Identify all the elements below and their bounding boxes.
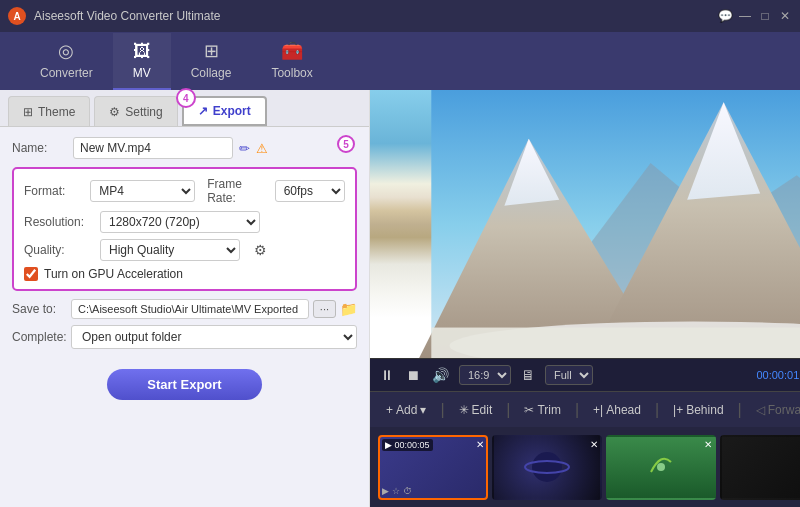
folder-icon[interactable]: 📁 bbox=[340, 301, 357, 317]
ahead-button[interactable]: +| Ahead bbox=[585, 400, 649, 420]
resolution-row: Resolution: 1280x720 (720p) 1920x1080 (1… bbox=[24, 211, 345, 233]
nav-converter-label: Converter bbox=[40, 66, 93, 80]
format-select[interactable]: MP4 MKV AVI bbox=[90, 180, 195, 202]
edit-name-icon[interactable]: ✏ bbox=[239, 141, 250, 156]
collage-icon: ⊞ bbox=[204, 40, 219, 62]
nav-toolbox-label: Toolbox bbox=[271, 66, 312, 80]
chat-icon[interactable]: 💬 bbox=[718, 9, 732, 23]
tab-setting[interactable]: ⚙ Setting bbox=[94, 96, 177, 126]
save-label: Save to: bbox=[12, 302, 67, 316]
thumb-close-3[interactable]: ✕ bbox=[704, 439, 712, 450]
svg-point-8 bbox=[532, 452, 562, 482]
view-select[interactable]: Full Fit bbox=[545, 365, 593, 385]
frame-rate-select[interactable]: 60fps 30fps 24fps bbox=[275, 180, 345, 202]
nav-bar: ◎ Converter 🖼 MV ⊞ Collage 🧰 Toolbox bbox=[0, 32, 800, 90]
right-panel: ⏸ ⏹ 🔊 16:9 4:3 1:1 🖥 Full Fit 00:00:01.2… bbox=[370, 90, 800, 507]
quality-gear-icon[interactable]: ⚙ bbox=[254, 242, 267, 258]
aspect-select[interactable]: 16:9 4:3 1:1 bbox=[459, 365, 511, 385]
thumb-controls-1: ▶ ☆ ⏱ bbox=[382, 486, 412, 496]
quality-select[interactable]: High Quality Medium Quality Low Quality bbox=[100, 239, 240, 261]
tab-export-label: Export bbox=[213, 104, 251, 118]
tab-setting-label: Setting bbox=[125, 105, 162, 119]
name-row: Name: ✏ ⚠ bbox=[12, 137, 357, 159]
minimize-icon[interactable]: — bbox=[738, 9, 752, 23]
bird-icon bbox=[631, 442, 691, 492]
tab-export[interactable]: ↗ Export bbox=[182, 96, 267, 126]
play-pause-button[interactable]: ⏸ bbox=[378, 365, 396, 385]
audio-btn[interactable]: 🔊 bbox=[430, 365, 451, 385]
step5-badge: 5 bbox=[337, 135, 355, 153]
window-controls[interactable]: 💬 — □ ✕ bbox=[718, 9, 792, 23]
panel-tabs: ⊞ Theme ⚙ Setting ↗ Export bbox=[0, 90, 369, 127]
settings-box: Format: MP4 MKV AVI Frame Rate: 60fps 30… bbox=[12, 167, 357, 291]
start-export-container: Start Export bbox=[12, 369, 357, 400]
main-content: ⊞ Theme ⚙ Setting ↗ Export 5 Name: ✏ ⚠ bbox=[0, 90, 800, 507]
nav-mv[interactable]: 🖼 MV bbox=[113, 33, 171, 90]
tab-theme[interactable]: ⊞ Theme bbox=[8, 96, 90, 126]
trim-label: Trim bbox=[537, 403, 561, 417]
ahead-label: Ahead bbox=[606, 403, 641, 417]
thumb-star-1[interactable]: ☆ bbox=[392, 486, 400, 496]
nav-collage-label: Collage bbox=[191, 66, 232, 80]
sep3: | bbox=[575, 401, 579, 419]
nav-converter[interactable]: ◎ Converter bbox=[20, 32, 113, 90]
stop-button[interactable]: ⏹ bbox=[404, 365, 422, 385]
current-time: 00:00:01.22 bbox=[756, 369, 800, 381]
video-background bbox=[370, 90, 800, 358]
svg-rect-7 bbox=[431, 328, 800, 358]
add-label: Add bbox=[396, 403, 417, 417]
add-icon: + bbox=[386, 403, 393, 417]
timeline-item-1[interactable]: ▶ 00:00:05 ▶ ☆ ⏱ ✕ bbox=[378, 435, 488, 500]
nav-mv-label: MV bbox=[133, 66, 151, 80]
app-title: Aiseesoft Video Converter Ultimate bbox=[34, 9, 718, 23]
quality-row: Quality: High Quality Medium Quality Low… bbox=[24, 239, 345, 261]
nav-toolbox[interactable]: 🧰 Toolbox bbox=[251, 32, 332, 90]
toolbox-icon: 🧰 bbox=[281, 40, 303, 62]
thumb-content-2 bbox=[494, 437, 600, 498]
start-export-left-button[interactable]: Start Export bbox=[107, 369, 261, 400]
nav-collage[interactable]: ⊞ Collage bbox=[171, 32, 252, 90]
add-dropdown-icon: ▾ bbox=[420, 403, 426, 417]
save-path: C:\Aiseesoft Studio\Air Ultimate\MV Expo… bbox=[71, 299, 309, 319]
trim-icon: ✂ bbox=[524, 403, 534, 417]
thumb-play-1[interactable]: ▶ bbox=[382, 486, 389, 496]
complete-label: Complete: bbox=[12, 330, 67, 344]
add-button[interactable]: + Add ▾ bbox=[378, 400, 434, 420]
timeline-item-2[interactable]: ✕ bbox=[492, 435, 602, 500]
behind-label: Behind bbox=[686, 403, 723, 417]
resolution-label: Resolution: bbox=[24, 215, 94, 229]
gpu-checkbox[interactable] bbox=[24, 267, 38, 281]
trim-button[interactable]: ✂ Trim bbox=[516, 400, 569, 420]
browse-button[interactable]: ··· bbox=[313, 300, 336, 318]
behind-button[interactable]: |+ Behind bbox=[665, 400, 732, 420]
converter-icon: ◎ bbox=[58, 40, 74, 62]
ahead-icon: +| bbox=[593, 403, 603, 417]
sep2: | bbox=[506, 401, 510, 419]
title-bar: A Aiseesoft Video Converter Ultimate 💬 —… bbox=[0, 0, 800, 32]
complete-select[interactable]: Open output folder Do nothing bbox=[71, 325, 357, 349]
app-logo: A bbox=[8, 7, 26, 25]
gpu-row: Turn on GPU Acceleration bbox=[24, 267, 345, 281]
thumb-close-2[interactable]: ✕ bbox=[590, 439, 598, 450]
video-preview bbox=[370, 90, 800, 358]
name-input[interactable] bbox=[73, 137, 233, 159]
timeline-item-3[interactable]: ✕ bbox=[606, 435, 716, 500]
thumb-clock-1[interactable]: ⏱ bbox=[403, 486, 412, 496]
timeline: ▶ 00:00:05 ▶ ☆ ⏱ ✕ ✕ bbox=[370, 427, 800, 507]
edit-button[interactable]: ✳ Edit bbox=[451, 400, 501, 420]
sep4: | bbox=[655, 401, 659, 419]
thumb-close-1[interactable]: ✕ bbox=[476, 439, 484, 450]
forward-icon: ◁ bbox=[756, 403, 765, 417]
maximize-icon[interactable]: □ bbox=[758, 9, 772, 23]
frame-rate-label: Frame Rate: bbox=[207, 177, 264, 205]
timeline-item-4[interactable]: ✕ bbox=[720, 435, 800, 500]
resolution-select[interactable]: 1280x720 (720p) 1920x1080 (1080p) 3840x2… bbox=[100, 211, 260, 233]
format-row: Format: MP4 MKV AVI Frame Rate: 60fps 30… bbox=[24, 177, 345, 205]
tab-theme-label: Theme bbox=[38, 105, 75, 119]
close-icon[interactable]: ✕ bbox=[778, 9, 792, 23]
thumb-content-3 bbox=[608, 437, 714, 498]
planet-icon bbox=[522, 447, 572, 487]
monitor-icon[interactable]: 🖥 bbox=[519, 365, 537, 385]
forward-button[interactable]: ◁ Forward bbox=[748, 400, 800, 420]
edit-label: Edit bbox=[472, 403, 493, 417]
